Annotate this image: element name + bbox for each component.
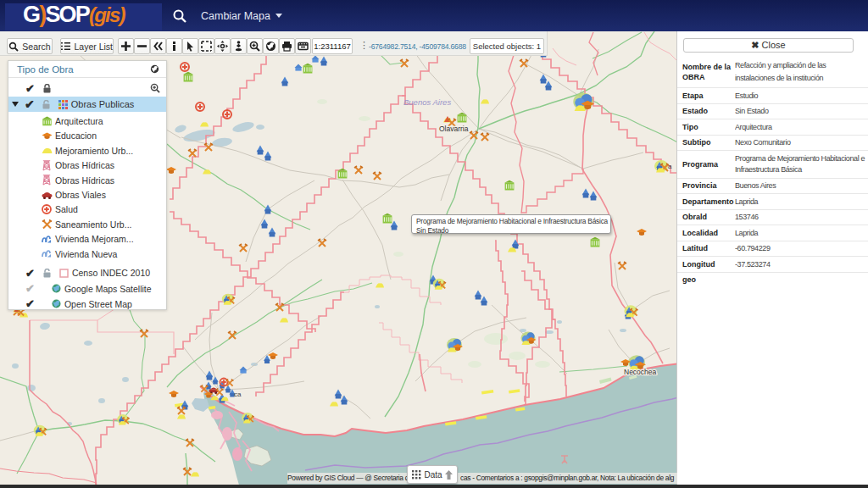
svg-text:Buenos Aires: Buenos Aires (403, 97, 451, 107)
svg-text:Necochea: Necochea (624, 368, 657, 376)
svg-text:a: a (668, 163, 672, 170)
svg-text:ca: ca (234, 391, 242, 398)
svg-text:Olavarria: Olavarria (439, 125, 469, 133)
